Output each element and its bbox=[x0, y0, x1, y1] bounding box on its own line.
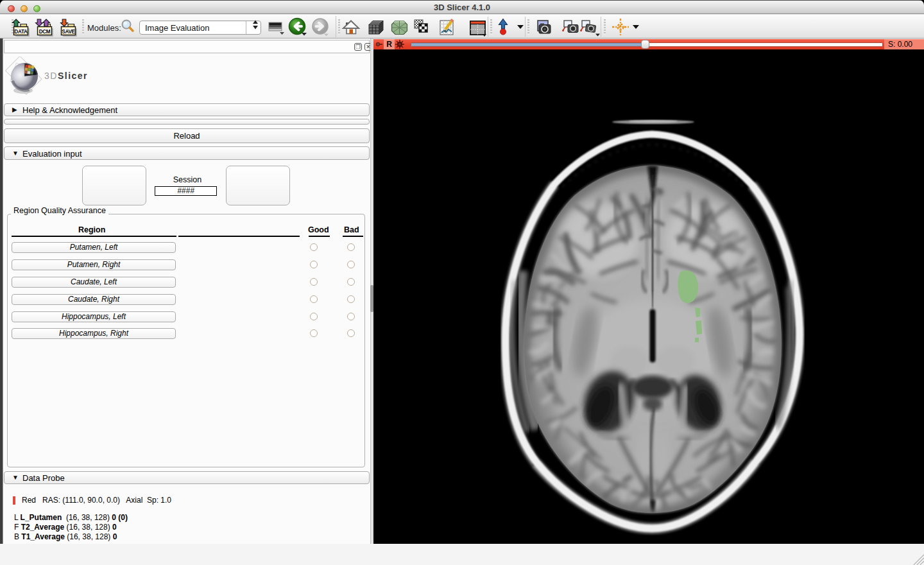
svg-text:DATA: DATA bbox=[14, 29, 28, 35]
svg-text:DCM: DCM bbox=[39, 29, 51, 35]
svg-text:SAVE: SAVE bbox=[62, 29, 75, 35]
